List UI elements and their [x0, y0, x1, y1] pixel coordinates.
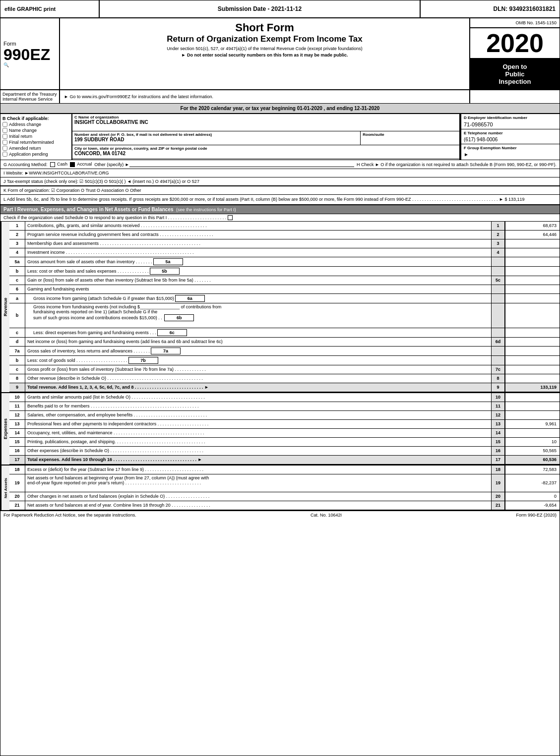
- row-2: 2 Program service revenue including gove…: [9, 231, 560, 239]
- checkbox-application-pending[interactable]: Application pending: [2, 152, 69, 157]
- row-6d: d Net income or (loss) from gaming and f…: [9, 338, 560, 347]
- row-17-num-box: 17: [491, 456, 505, 464]
- row-2-desc: Program service revenue including govern…: [25, 231, 491, 239]
- row-10-num-box: 10: [491, 393, 505, 402]
- k-form-org: K Form of organization: ☑ Corporation O …: [3, 188, 141, 193]
- row-5c: c Gain or (loss) from sale of assets oth…: [9, 276, 560, 285]
- initial-return-checkbox[interactable]: [2, 134, 7, 139]
- form-sub: 🔍: [3, 62, 56, 67]
- row-10-num: 10: [9, 393, 25, 402]
- footer: For Paperwork Reduction Act Notice, see …: [0, 510, 560, 519]
- row-6c-num: c: [9, 328, 25, 337]
- row-12: 12 Salaries, other compensation, and emp…: [9, 411, 560, 420]
- row-6c: c Less: direct expenses from gaming and …: [9, 328, 560, 338]
- row-2-num-box: 2: [491, 231, 505, 239]
- city-block: City or town, state or province, country…: [72, 145, 459, 159]
- row-8-desc: Other revenue (describe in Schedule O) .…: [25, 374, 491, 383]
- row-5b-desc: Less: cost or other basis and sales expe…: [25, 267, 491, 276]
- checkbox-final-return[interactable]: Final return/terminated: [2, 140, 69, 145]
- org-name-value: INSIGHT COLLABORATIVE INC: [74, 119, 457, 125]
- tax-exempt-status: J Tax-exempt status (check only one): ☑ …: [3, 179, 199, 184]
- row-5b-value: [505, 267, 560, 276]
- row-7c-desc: Gross profit or (loss) from sales of inv…: [25, 365, 491, 374]
- checkbox-initial-return[interactable]: Initial return: [2, 134, 69, 139]
- row-14-value: [505, 429, 560, 437]
- row-19-desc: Net assets or fund balances at beginning…: [25, 474, 491, 492]
- row-18: 18 Excess or (deficit) for the year (Sub…: [9, 465, 560, 474]
- employer-id-block: D Employer identification number 71-0986…: [461, 114, 560, 129]
- expenses-content: 10 Grants and similar amounts paid (list…: [9, 393, 560, 465]
- row-7c-num: c: [9, 365, 25, 374]
- net-assets-content: 18 Excess or (deficit) for the year (Sub…: [9, 465, 560, 510]
- return-title: Return of Organization Exempt From Incom…: [66, 34, 463, 44]
- group-exemption-arrow: ►: [464, 150, 557, 157]
- row-7a-value: [505, 347, 560, 355]
- row-19-num-box: 19: [491, 474, 505, 492]
- top-bar: efile GRAPHIC print Submission Date - 20…: [0, 0, 560, 18]
- row-1-desc: Contributions, gifts, grants, and simila…: [25, 222, 491, 230]
- open-line1: Open to: [502, 63, 527, 70]
- checkbox-amended-return[interactable]: Amended return: [2, 146, 69, 151]
- group-exemption-label: F Group Exemption Number: [464, 146, 557, 150]
- row-6-num: 6: [9, 285, 25, 293]
- row-6d-num-box: 6d: [491, 338, 505, 346]
- org-name-row: C Name of organization INSIGHT COLLABORA…: [72, 114, 459, 131]
- row-16-value: 50,565: [505, 447, 560, 455]
- net-assets-section: Net Assets 18 Excess or (deficit) for th…: [0, 465, 560, 510]
- row-19-num: 19: [9, 474, 25, 492]
- address-row: Number and street (or P. O. box, if mail…: [72, 131, 459, 145]
- final-return-checkbox[interactable]: [2, 140, 7, 145]
- row-1: 1 Contributions, gifts, grants, and simi…: [9, 222, 560, 231]
- cash-option: Cash: [50, 162, 68, 167]
- row-10-value: [505, 393, 560, 402]
- accrual-checkbox[interactable]: [70, 162, 75, 167]
- open-line3: Inspection: [498, 78, 531, 85]
- row-20-desc: Other changes in net assets or fund bala…: [25, 492, 491, 501]
- row-7b: b Less: cost of goods sold . . . . . . .…: [9, 356, 560, 365]
- row-16-num-box: 16: [491, 447, 505, 455]
- main-form-area: B Check if applicable: Address change Na…: [0, 114, 560, 160]
- row-9-num-box: 9: [491, 383, 505, 392]
- employer-id-label: D Employer identification number: [464, 116, 557, 120]
- row-6c-inline-box: 6c: [157, 329, 187, 336]
- city-label: City or town, state or province, country…: [74, 146, 457, 151]
- row-6a-num-box: [491, 294, 505, 303]
- city-row: City or town, state or province, country…: [72, 145, 459, 159]
- row-14-num: 14: [9, 429, 25, 437]
- cash-checkbox[interactable]: [50, 162, 55, 167]
- address-change-checkbox[interactable]: [2, 122, 7, 127]
- row-7b-num-box: [491, 356, 505, 365]
- row-20-value: 0: [505, 492, 560, 501]
- employer-id-value: 71-0986570: [464, 120, 557, 127]
- submission-date: Submission Date - 2021-11-12: [100, 0, 421, 17]
- row-6b-num-box: [491, 303, 505, 328]
- row-6d-desc: Net income or (loss) from gaming and fun…: [25, 338, 491, 346]
- name-change-checkbox[interactable]: [2, 128, 7, 133]
- row-1-value: 68,673: [505, 222, 560, 230]
- row-9-desc: Total revenue. Add lines 1, 2, 3, 4, 5c,…: [25, 383, 491, 392]
- row-6a-inline-box: 6a: [175, 295, 205, 302]
- initial-return-label: Initial return: [9, 134, 32, 139]
- cash-label: Cash: [57, 162, 67, 167]
- row-7c-value: [505, 365, 560, 374]
- row-11-value: [505, 402, 560, 410]
- amended-return-checkbox[interactable]: [2, 146, 7, 151]
- go-to-instructions: ► Go to www.irs.gov/Form990EZ for instru…: [60, 90, 470, 103]
- checkbox-name-change[interactable]: Name change: [2, 128, 69, 133]
- row-14: 14 Occupancy, rent, utilities, and maint…: [9, 429, 560, 438]
- application-pending-checkbox[interactable]: [2, 152, 7, 157]
- row-6a-num: a: [9, 294, 25, 303]
- checkbox-address-change[interactable]: Address change: [2, 122, 69, 127]
- row-5c-desc: Gain or (loss) from sale of assets other…: [25, 276, 491, 285]
- phone-block: E Telephone number (617) 948-0006: [461, 129, 560, 144]
- row-6b: b Gross income from fundraising events (…: [9, 303, 560, 328]
- row-10: 10 Grants and similar amounts paid (list…: [9, 393, 560, 402]
- address-value: 199 SUDBURY ROAD: [74, 137, 358, 142]
- row-20-num-box: 20: [491, 492, 505, 501]
- revenue-section: Revenue 1 Contributions, gifts, grants, …: [0, 222, 560, 392]
- schedule-o-checkbox[interactable]: [228, 215, 233, 220]
- row-14-desc: Occupancy, rent, utilities, and maintena…: [25, 429, 491, 437]
- row-21-value: -9,654: [505, 501, 560, 510]
- check-if-applicable-label: B Check if applicable:: [2, 116, 69, 121]
- expenses-section: Expenses 10 Grants and similar amounts p…: [0, 392, 560, 465]
